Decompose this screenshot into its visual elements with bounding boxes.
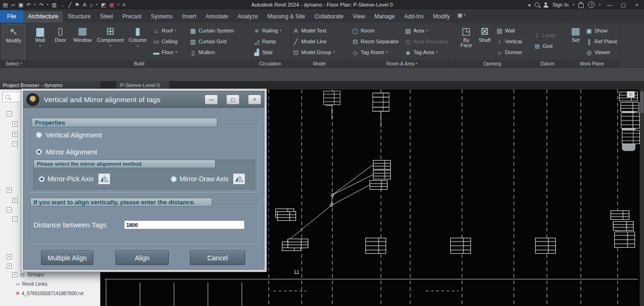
collapse-icon[interactable]: − [7, 111, 12, 116]
panel-label-datum[interactable]: Datum [530, 60, 565, 67]
expand-icon[interactable]: + [12, 272, 17, 277]
ceiling-button[interactable]: ▭Ceiling [153, 37, 185, 46]
tab-collaborate[interactable]: Collaborate [310, 11, 348, 23]
scrollbar-thumb[interactable] [640, 91, 644, 113]
open-folder-icon[interactable]: ▱ [11, 0, 15, 9]
switch-windows-icon[interactable]: ▦ [109, 0, 114, 9]
window-button[interactable]: ▦ Window [71, 24, 94, 60]
tab-annotate[interactable]: Annotate [201, 11, 233, 23]
model-group-button[interactable]: ⊡Model Group▾ [292, 48, 347, 57]
room-separator-button[interactable]: ⊟Room Separator [352, 37, 404, 46]
multiple-align-button[interactable]: Multiple Align [41, 250, 93, 265]
dialog-minimize-button[interactable]: — [205, 95, 218, 105]
tab-analyze[interactable]: Analyze [233, 11, 263, 23]
tab-manage[interactable]: Manage [370, 11, 399, 23]
door-button[interactable]: ▯ Door [51, 24, 70, 60]
text-icon[interactable]: A [83, 0, 86, 9]
tab-structure[interactable]: Structure [63, 11, 95, 23]
undo-icon[interactable]: ↶ [26, 0, 31, 9]
show-button[interactable]: ▣Show [586, 26, 618, 35]
panel-label-work-plane[interactable]: Work Plane [565, 60, 619, 67]
tree-row[interactable]: − [12, 140, 17, 147]
tree-row[interactable]: + [7, 253, 12, 260]
thin-lines-icon[interactable]: ≡ [123, 0, 125, 9]
distance-input[interactable] [124, 220, 245, 229]
curtain-system-button[interactable]: ▦Curtain System [190, 26, 239, 35]
mirror-pick-axis-option[interactable]: Mirror-Pick Axis [39, 173, 110, 185]
default-3d-view-icon[interactable]: ⌂ [90, 0, 93, 9]
panel-label-room-area[interactable]: Room & Area▾ [349, 60, 454, 67]
dormer-button[interactable]: ⌂Dormer [496, 48, 526, 57]
expand-icon[interactable]: + [7, 254, 12, 259]
vertical-scrollbar[interactable] [640, 89, 644, 306]
viewer-button[interactable]: ◎Viewer [586, 48, 618, 57]
align-button[interactable]: Align [116, 250, 169, 265]
panel-label-model[interactable]: Model [290, 60, 349, 67]
expand-icon[interactable]: + [12, 198, 17, 203]
panel-label-build[interactable]: Build [28, 60, 250, 67]
tab-architecture[interactable]: Architecture [23, 11, 63, 23]
mirror-pick-axis-icon-button[interactable] [98, 173, 110, 185]
stair-button[interactable]: ▟Stair [253, 48, 287, 57]
measure-icon[interactable]: ↔ [60, 0, 65, 9]
collapse-icon[interactable]: − [12, 217, 17, 222]
model-line-button[interactable]: ╱Model Line [292, 37, 347, 46]
tab-precast[interactable]: Precast [117, 11, 146, 23]
mirror-draw-axis-option[interactable]: Mirror-Draw Axis [171, 173, 245, 185]
column-button[interactable]: ▮ Column ▾ [126, 24, 149, 60]
app-store-icon[interactable] [578, 3, 584, 8]
ramp-button[interactable]: ◿Ramp [253, 37, 287, 46]
railing-button[interactable]: ≡Railing▾ [253, 26, 287, 35]
close-button[interactable]: × [632, 2, 642, 8]
user-icon[interactable] [544, 5, 548, 8]
tree-row-link-file[interactable]: × 4_5769165587141887800.rvt [16, 290, 83, 297]
collapse-icon[interactable]: − [7, 207, 12, 212]
panel-label-select[interactable]: Select▾ [0, 60, 27, 67]
cancel-button[interactable]: Cancel [190, 250, 245, 265]
file-icon[interactable]: ▤ [3, 0, 8, 9]
mirror-draw-axis-radio[interactable] [171, 176, 177, 182]
mirror-alignment-option[interactable]: Mirror Alignment [36, 148, 97, 156]
expand-icon[interactable]: + [7, 264, 12, 269]
vertical-alignment-radio[interactable] [36, 132, 42, 138]
expand-icon[interactable]: + [12, 121, 17, 127]
section-icon[interactable]: ◩ [101, 0, 106, 9]
tab-file[interactable]: File [0, 10, 23, 23]
mirror-draw-axis-icon-button[interactable] [233, 173, 245, 185]
dialog-maximize-button[interactable]: ▢ [226, 95, 239, 105]
switch-windows-caret-icon[interactable]: ▾ [117, 3, 119, 7]
tree-row[interactable]: + [12, 121, 17, 127]
tree-row[interactable]: − [7, 206, 12, 213]
area-button[interactable]: ▧Area▾ [405, 26, 452, 35]
room-button[interactable]: ▢Room [352, 26, 404, 35]
wall-button[interactable]: ▆ Wall ▾ [30, 24, 50, 60]
modify-button[interactable]: ↖ Modify [2, 24, 25, 61]
mirror-alignment-radio[interactable] [36, 149, 42, 155]
mirror-pick-axis-radio[interactable] [39, 176, 45, 182]
line-icon[interactable]: ╱ [68, 0, 72, 9]
undo-caret-icon[interactable]: ▾ [34, 3, 36, 7]
tag-room-button[interactable]: ◇Tag Room▾ [352, 48, 404, 57]
shaft-button[interactable]: ⊠ Shaft [476, 24, 493, 60]
set-button[interactable]: ▦ Set [568, 24, 584, 60]
sign-in-label[interactable]: Sign In [553, 2, 569, 8]
view-caret-icon[interactable]: ▾ [96, 3, 98, 7]
panel-label-opening[interactable]: Opening [455, 60, 529, 67]
tab-addins[interactable]: Add-Ins [399, 11, 428, 23]
ribbon-options-button[interactable]: ▦ ▾ [457, 10, 465, 23]
collapse-icon[interactable]: − [12, 141, 17, 146]
expand-icon[interactable]: + [12, 132, 17, 137]
tab-systems[interactable]: Systems [146, 11, 177, 23]
dialog-titlebar[interactable]: Vertical and Mirror alignment of tags — … [23, 91, 264, 108]
expand-icon[interactable]: + [7, 187, 12, 193]
search-icon[interactable] [535, 2, 539, 7]
tab-steel[interactable]: Steel [95, 11, 117, 23]
mullion-button[interactable]: ▯Mullion [190, 48, 239, 57]
panel-label-circulation[interactable]: Circulation [251, 60, 289, 67]
model-text-button[interactable]: AModel Text [292, 26, 347, 35]
tab-view[interactable]: View [348, 11, 370, 23]
tree-row[interactable]: + [7, 186, 12, 193]
tag-area-button[interactable]: ◈Tag Area▾ [405, 48, 452, 57]
tree-row-groups[interactable]: + ▤ Groups [12, 271, 44, 278]
tab-massing-site[interactable]: Massing & Site [263, 11, 310, 23]
